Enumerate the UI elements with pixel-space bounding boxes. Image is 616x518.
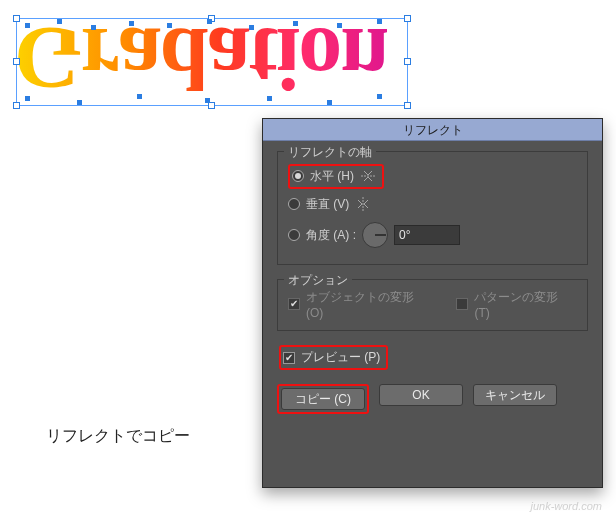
options-legend: オプション	[284, 272, 352, 289]
highlight-horizontal: 水平 (H)	[288, 164, 384, 189]
reflect-dialog: リフレクト リフレクトの軸 水平 (H) 垂直 (V)	[262, 118, 603, 488]
highlight-preview: プレビュー (P)	[279, 345, 388, 370]
ok-button[interactable]: OK	[379, 384, 463, 406]
dialog-title[interactable]: リフレクト	[263, 119, 602, 141]
checkbox-transform-objects	[288, 298, 300, 310]
annotation-caption: リフレクトでコピー	[46, 426, 190, 447]
canvas-selection: Gradation	[14, 12, 414, 110]
axis-horizontal-row[interactable]: 水平 (H)	[288, 162, 577, 190]
preview-row[interactable]: プレビュー (P)	[279, 345, 588, 370]
radio-horizontal-label: 水平 (H)	[310, 168, 354, 185]
checkbox-preview[interactable]	[283, 352, 295, 364]
angle-input[interactable]: 0°	[394, 225, 460, 245]
radio-horizontal[interactable]	[292, 170, 304, 182]
checkbox-transform-objects-label: オブジェクトの変形 (O)	[306, 289, 435, 320]
options-row: オブジェクトの変形 (O) パターンの変形 (T)	[288, 290, 577, 318]
highlight-copy: コピー (C)	[277, 384, 369, 414]
options-group: オプション オブジェクトの変形 (O) パターンの変形 (T)	[277, 279, 588, 331]
artwork-text: Gradation	[14, 14, 387, 102]
axis-group: リフレクトの軸 水平 (H) 垂直 (V) 角度	[277, 151, 588, 265]
radio-angle-label: 角度 (A) :	[306, 227, 356, 244]
dialog-button-row: コピー (C) OK キャンセル	[277, 384, 588, 414]
copy-button[interactable]: コピー (C)	[281, 388, 365, 410]
handle-bottom-right[interactable]	[404, 102, 411, 109]
axis-vertical-row[interactable]: 垂直 (V)	[288, 190, 577, 218]
vertical-axis-icon	[355, 197, 371, 211]
checkbox-transform-patterns-label: パターンの変形 (T)	[474, 289, 577, 320]
handle-mid-right[interactable]	[404, 58, 411, 65]
horizontal-axis-icon	[360, 169, 376, 183]
checkbox-transform-patterns	[456, 298, 468, 310]
cancel-button[interactable]: キャンセル	[473, 384, 557, 406]
angle-knob[interactable]	[362, 222, 388, 248]
radio-angle[interactable]	[288, 229, 300, 241]
axis-angle-row[interactable]: 角度 (A) : 0°	[288, 218, 577, 252]
watermark: junk-word.com	[530, 500, 602, 512]
handle-top-right[interactable]	[404, 15, 411, 22]
axis-legend: リフレクトの軸	[284, 144, 376, 161]
radio-vertical-label: 垂直 (V)	[306, 196, 349, 213]
radio-vertical[interactable]	[288, 198, 300, 210]
checkbox-preview-label: プレビュー (P)	[301, 349, 380, 366]
